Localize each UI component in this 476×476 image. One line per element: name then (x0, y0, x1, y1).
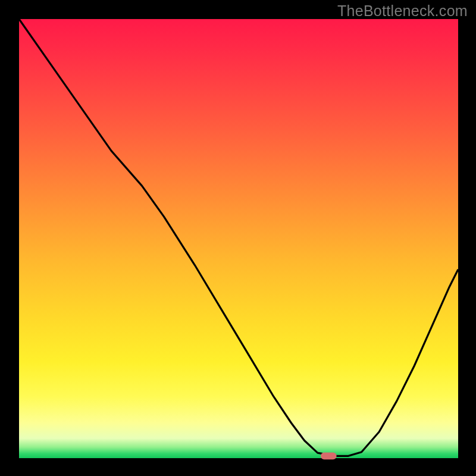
plot-area (19, 19, 458, 458)
attribution-label: TheBottleneck.com (337, 2, 468, 20)
bottleneck-curve (19, 19, 458, 456)
curve-layer (19, 19, 458, 458)
optimum-marker (321, 452, 337, 459)
